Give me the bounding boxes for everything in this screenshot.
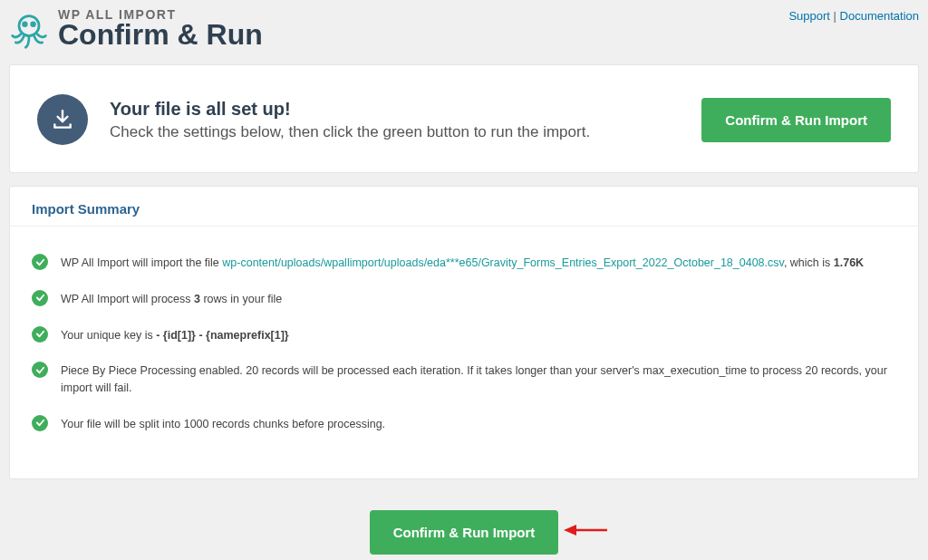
link-separator: |	[830, 9, 840, 23]
brand: WP ALL IMPORT Confirm & Run	[9, 7, 263, 52]
summary-file-prefix: WP All Import will import the file	[61, 256, 222, 269]
documentation-link[interactable]: Documentation	[840, 9, 919, 23]
summary-rows-prefix: WP All Import will process	[61, 293, 194, 305]
arrow-annotation-icon	[564, 521, 607, 543]
summary-item-chunks: Your file will be split into 1000 record…	[32, 415, 896, 433]
check-icon	[32, 290, 48, 306]
setup-panel: Your file is all set up! Check the setti…	[9, 64, 919, 173]
confirm-run-button-bottom[interactable]: Confirm & Run Import	[370, 510, 559, 555]
setup-heading: Your file is all set up!	[110, 99, 590, 120]
summary-chunks-text: Your file will be split into 1000 record…	[61, 415, 385, 433]
check-icon	[32, 326, 48, 343]
summary-rows-count: 3	[194, 293, 200, 305]
confirm-run-button-top[interactable]: Confirm & Run Import	[701, 98, 891, 142]
svg-point-2	[30, 21, 35, 26]
page-title: Confirm & Run	[58, 18, 263, 52]
support-link[interactable]: Support	[788, 9, 830, 23]
octopus-logo-icon	[9, 11, 49, 51]
summary-panel: Import Summary WP All Import will import…	[9, 186, 919, 479]
summary-piece-text: Piece By Piece Processing enabled. 20 re…	[61, 362, 896, 397]
summary-item-rows: WP All Import will process 3 rows in you…	[32, 290, 896, 308]
summary-file-size: 1.76K	[834, 256, 864, 269]
setup-subheading: Check the settings below, then click the…	[110, 123, 590, 141]
summary-item-unique: Your unique key is - {id[1]} - {namepref…	[32, 326, 896, 344]
summary-file-mid: , which is	[784, 256, 834, 269]
svg-point-1	[22, 21, 27, 26]
summary-item-file: WP All Import will import the file wp-co…	[32, 254, 896, 272]
check-icon	[32, 362, 48, 378]
top-links: Support | Documentation	[788, 7, 919, 23]
download-circle-icon	[37, 94, 88, 145]
check-icon	[32, 254, 48, 270]
summary-item-piece: Piece By Piece Processing enabled. 20 re…	[32, 362, 896, 397]
svg-marker-4	[564, 525, 576, 536]
summary-file-path[interactable]: wp-content/uploads/wpallimport/uploads/e…	[222, 256, 784, 269]
check-icon	[32, 415, 48, 431]
summary-title: Import Summary	[10, 187, 918, 227]
summary-unique-key: - {id[1]} - {nameprefix[1]}	[156, 329, 289, 342]
summary-rows-suffix: rows in your file	[200, 293, 282, 305]
svg-point-0	[19, 16, 39, 36]
summary-unique-prefix: Your unique key is	[61, 329, 156, 342]
bottom-run-row: Confirm & Run Import	[9, 510, 919, 555]
